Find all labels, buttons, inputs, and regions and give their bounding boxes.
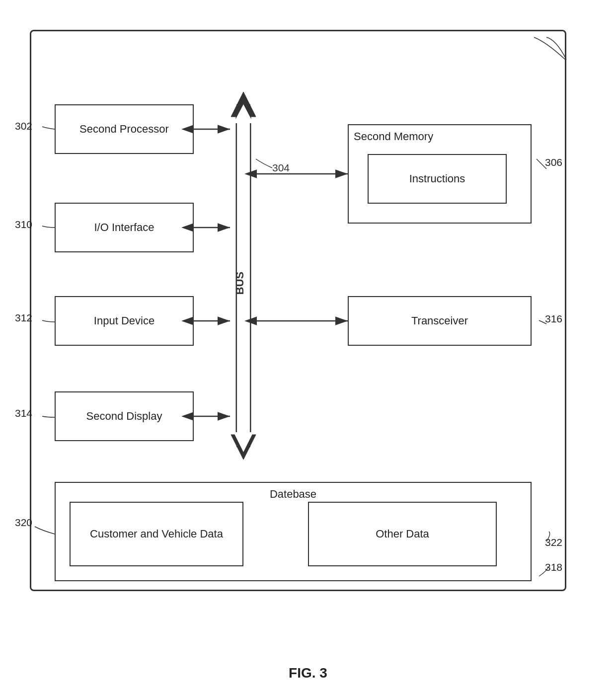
database-label: Datebase <box>270 488 316 501</box>
ref-302: 302 <box>15 120 32 132</box>
ref-314: 314 <box>15 407 32 419</box>
io-interface-box: I/O Interface <box>55 203 194 252</box>
instructions-box: Instructions <box>368 154 507 204</box>
input-device-box: Input Device <box>55 296 194 346</box>
ref-310: 310 <box>15 219 32 230</box>
customer-vehicle-data-box: Customer and Vehicle Data <box>70 502 243 566</box>
other-data-box: Other Data <box>308 502 497 566</box>
second-processor-box: Second Processor <box>55 104 194 154</box>
transceiver-box: Transceiver <box>348 296 532 346</box>
ref-322: 318 <box>545 561 562 573</box>
ref-306: 306 <box>545 156 562 168</box>
ref-312: 312 <box>15 312 32 324</box>
ref-318: 322 <box>545 537 562 548</box>
ref-316: 316 <box>545 313 562 325</box>
second-memory-label: Second Memory <box>354 130 433 143</box>
second-display-box: Second Display <box>55 391 194 441</box>
figure-caption: FIG. 3 <box>289 665 327 681</box>
ref-320: 320 <box>15 517 32 529</box>
